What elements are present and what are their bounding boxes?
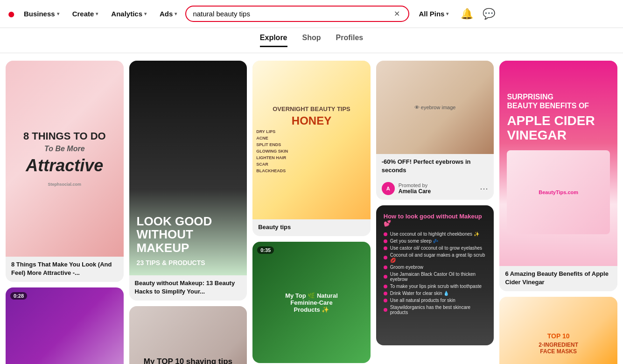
tab-explore[interactable]: Explore xyxy=(260,34,287,47)
pin-facemask[interactable]: TOP 10 2-INGREDIENTFACE MASKS TOP 10 2-I… xyxy=(499,297,617,364)
pin-makeup[interactable]: LOOK GOODWITHOUTMAKEUP23 TIPS & PRODUCTS… xyxy=(129,61,247,301)
pin-makeup-caption: Beauty without Makeup: 13 Beauty Hacks t… xyxy=(129,275,247,301)
video-duration-badge-2: 0:35 xyxy=(257,246,274,254)
pin-herbs[interactable]: 0:28 🌿 Herbs For... Herbs For... xyxy=(6,287,124,364)
promoted-by-label: Promoted by xyxy=(399,182,476,188)
pin-acv[interactable]: SURPRISINGBEAUTY BENEFITS OF APPLE CIDER… xyxy=(499,61,617,291)
pin-attractive[interactable]: 8 THINGS TO DO To Be More Attractive Ste… xyxy=(6,61,124,282)
pins-grid: 8 THINGS TO DO To Be More Attractive Ste… xyxy=(0,53,623,364)
clear-search-icon[interactable]: ✕ xyxy=(392,9,402,18)
filter-button[interactable]: All Pins ▾ xyxy=(413,7,454,21)
pin-honey[interactable]: OVERNIGHT BEAUTY TIPS HONEY DRY LIPS ACN… xyxy=(252,61,371,236)
video-duration-badge: 0:28 xyxy=(10,292,27,300)
tab-profiles[interactable]: Profiles xyxy=(336,34,364,47)
pin-promoted-section: A Promoted by Amelia Care ⋯ xyxy=(376,179,494,200)
chevron-down-icon: ▾ xyxy=(96,11,98,16)
pin-eyebrow[interactable]: 👁 eyebrow image -60% OFF! Perfect eyebro… xyxy=(376,61,494,200)
subnav-tabs: Explore Shop Profiles xyxy=(0,28,623,53)
nav-create[interactable]: Create ▾ xyxy=(68,7,103,21)
pin-attractive-caption: 8 Things That Make You Look (And Feel) M… xyxy=(6,257,124,282)
more-options-button[interactable]: ⋯ xyxy=(480,183,488,194)
tab-shop[interactable]: Shop xyxy=(302,34,321,47)
chevron-down-icon: ▾ xyxy=(144,11,147,16)
pin-feminine[interactable]: 0:35 My Top 🌿 NaturalFeminine-CareProduc… xyxy=(252,242,371,363)
nav-business[interactable]: Business ▾ xyxy=(19,7,64,21)
pin-honey-caption: Beauty tips xyxy=(252,219,371,236)
top-navigation: ● Business ▾ Create ▾ Analytics ▾ Ads ▾ … xyxy=(0,0,623,28)
chevron-down-icon: ▾ xyxy=(175,11,177,16)
search-bar: ✕ xyxy=(185,6,409,22)
nav-analytics[interactable]: Analytics ▾ xyxy=(106,7,151,21)
pin-shaving[interactable]: My TOP 10 shaving tipsthat saved my life… xyxy=(129,306,247,364)
messages-icon[interactable]: 💬 xyxy=(480,5,498,23)
chevron-down-icon: ▾ xyxy=(446,11,448,16)
brand-avatar: A xyxy=(382,182,395,195)
brand-name: Amelia Care xyxy=(399,188,476,195)
chevron-down-icon: ▾ xyxy=(57,11,59,16)
pin-nomakeup[interactable]: How to look good without Makeup 💕 Use co… xyxy=(376,205,494,345)
pin-acv-caption: 6 Amazing Beauty Benefits of Apple Cider… xyxy=(499,266,617,291)
search-input[interactable] xyxy=(193,10,392,18)
nav-ads[interactable]: Ads ▾ xyxy=(155,7,182,21)
notifications-icon[interactable]: 🔔 xyxy=(458,5,476,23)
pinterest-logo[interactable]: ● xyxy=(7,7,15,21)
pin-eyebrow-caption: -60% OFF! Perfect eyebrows in seconds xyxy=(376,154,494,179)
